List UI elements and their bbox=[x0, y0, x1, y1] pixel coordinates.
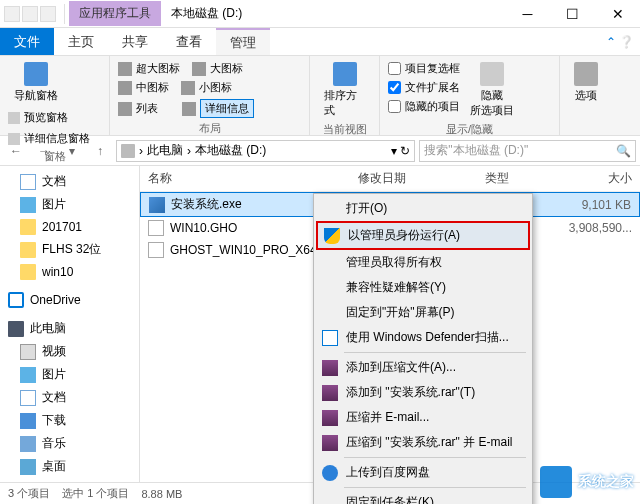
folder-icon bbox=[20, 367, 36, 383]
quick-access-icon[interactable] bbox=[40, 6, 56, 22]
item-count: 3 个项目 bbox=[8, 486, 50, 501]
menu-item[interactable]: 压缩到 "安装系统.rar" 并 E-mail bbox=[316, 430, 530, 455]
file-icon bbox=[149, 197, 165, 213]
menu-item[interactable]: 兼容性疑难解答(Y) bbox=[316, 275, 530, 300]
folder-icon bbox=[20, 264, 36, 280]
col-name[interactable]: 名称 bbox=[148, 170, 358, 187]
sidebar-item[interactable]: win10 bbox=[0, 261, 139, 283]
ribbon: 导航窗格 预览窗格 详细信息窗格 窗格 超大图标大图标 中图标小图标 列表详细信… bbox=[0, 56, 640, 136]
medium-icons[interactable]: 中图标 bbox=[136, 80, 169, 95]
file-icon bbox=[148, 242, 164, 258]
extensions-option[interactable]: 文件扩展名 bbox=[388, 79, 460, 96]
menu-item[interactable]: 压缩并 E-mail... bbox=[316, 405, 530, 430]
folder-icon bbox=[20, 344, 36, 360]
help-button[interactable]: ⌃ ❔ bbox=[600, 28, 640, 55]
sidebar-item[interactable]: 文档 bbox=[0, 170, 139, 193]
folder-icon bbox=[20, 242, 36, 258]
context-menu: 打开(O)以管理员身份运行(A)管理员取得所有权兼容性疑难解答(Y)固定到"开始… bbox=[313, 193, 533, 504]
selected-count: 选中 1 个项目 bbox=[62, 486, 129, 501]
up-button[interactable]: ↑ bbox=[88, 139, 112, 163]
sidebar-item[interactable]: 图片 bbox=[0, 363, 139, 386]
large-icons[interactable]: 大图标 bbox=[210, 61, 243, 76]
menu-item[interactable]: 打开(O) bbox=[316, 196, 530, 221]
list-view[interactable]: 列表 bbox=[136, 101, 158, 116]
col-type[interactable]: 类型 bbox=[485, 170, 569, 187]
manage-tab[interactable]: 管理 bbox=[216, 28, 270, 55]
logo-icon bbox=[540, 466, 572, 498]
sidebar-item[interactable]: 文档 bbox=[0, 386, 139, 409]
watermark: 系统之家 bbox=[540, 466, 634, 498]
navigation-tree[interactable]: 文档图片201701FLHS 32位win10OneDrive此电脑视频图片文档… bbox=[0, 166, 140, 482]
hidden-items-option[interactable]: 隐藏的项目 bbox=[388, 98, 460, 115]
folder-icon bbox=[20, 436, 36, 452]
sidebar-item[interactable]: 本地磁盘 (C:) bbox=[0, 478, 139, 482]
breadcrumb[interactable]: 此电脑 bbox=[147, 142, 183, 159]
sidebar-item[interactable]: FLHS 32位 bbox=[0, 238, 139, 261]
group-label: 显示/隐藏 bbox=[388, 120, 551, 137]
group-label: 当前视图 bbox=[318, 120, 371, 137]
pc-icon bbox=[8, 321, 24, 337]
history-button[interactable]: ▾ bbox=[60, 139, 84, 163]
search-input[interactable]: 搜索"本地磁盘 (D:)" 🔍 bbox=[419, 140, 636, 162]
label: 导航窗格 bbox=[14, 88, 58, 103]
share-tab[interactable]: 共享 bbox=[108, 28, 162, 55]
search-icon: 🔍 bbox=[616, 144, 631, 158]
folder-icon bbox=[20, 390, 36, 406]
folder-icon bbox=[20, 219, 36, 235]
rar-icon bbox=[322, 435, 338, 451]
file-icon bbox=[148, 220, 164, 236]
menu-item[interactable]: 以管理员身份运行(A) bbox=[316, 221, 530, 250]
menu-item[interactable]: 添加到 "安装系统.rar"(T) bbox=[316, 380, 530, 405]
separator bbox=[344, 457, 526, 458]
file-menu[interactable]: 文件 bbox=[0, 28, 54, 55]
minimize-button[interactable]: ─ bbox=[505, 0, 550, 28]
baidu-icon bbox=[322, 465, 338, 481]
details-view[interactable]: 详细信息 bbox=[200, 99, 254, 118]
folder-icon bbox=[20, 413, 36, 429]
menu-item[interactable]: 管理员取得所有权 bbox=[316, 250, 530, 275]
drive-icon bbox=[121, 144, 135, 158]
menu-item[interactable]: 使用 Windows Defender扫描... bbox=[316, 325, 530, 350]
hide-button[interactable]: 隐藏 所选项目 bbox=[464, 60, 520, 120]
sidebar-onedrive[interactable]: OneDrive bbox=[0, 289, 139, 311]
breadcrumb[interactable]: 本地磁盘 (D:) bbox=[195, 142, 266, 159]
view-tab[interactable]: 查看 bbox=[162, 28, 216, 55]
preview-pane-check[interactable]: 预览窗格 bbox=[8, 109, 68, 126]
sidebar-item[interactable]: 音乐 bbox=[0, 432, 139, 455]
selected-size: 8.88 MB bbox=[141, 488, 182, 500]
sidebar-item[interactable]: 桌面 bbox=[0, 455, 139, 478]
back-button[interactable]: ← bbox=[4, 139, 28, 163]
forward-button[interactable]: → bbox=[32, 139, 56, 163]
group-label: 布局 bbox=[118, 119, 301, 136]
column-headers[interactable]: 名称 修改日期 类型 大小 bbox=[140, 166, 640, 192]
sidebar-item[interactable]: 201701 bbox=[0, 216, 139, 238]
sidebar-item[interactable]: 视频 bbox=[0, 340, 139, 363]
close-button[interactable]: ✕ bbox=[595, 0, 640, 28]
checkboxes-option[interactable]: 项目复选框 bbox=[388, 60, 460, 77]
menu-item[interactable]: 添加到压缩文件(A)... bbox=[316, 355, 530, 380]
col-size[interactable]: 大小 bbox=[569, 170, 632, 187]
sidebar-item[interactable]: 下载 bbox=[0, 409, 139, 432]
window-title: 本地磁盘 (D:) bbox=[161, 1, 252, 26]
sidebar-thispc[interactable]: 此电脑 bbox=[0, 317, 139, 340]
titlebar: 应用程序工具 本地磁盘 (D:) ─ ☐ ✕ bbox=[0, 0, 640, 28]
folder-icon bbox=[20, 459, 36, 475]
defender-icon bbox=[322, 330, 338, 346]
menu-item[interactable]: 固定到"开始"屏幕(P) bbox=[316, 300, 530, 325]
sort-button[interactable]: 排序方式 bbox=[318, 60, 371, 120]
home-tab[interactable]: 主页 bbox=[54, 28, 108, 55]
folder-icon bbox=[20, 197, 36, 213]
quick-access-icon[interactable] bbox=[22, 6, 38, 22]
address-bar[interactable]: › 此电脑 › 本地磁盘 (D:) ▾ ↻ bbox=[116, 140, 415, 162]
sidebar-item[interactable]: 图片 bbox=[0, 193, 139, 216]
address-bar-row: ← → ▾ ↑ › 此电脑 › 本地磁盘 (D:) ▾ ↻ 搜索"本地磁盘 (D… bbox=[0, 136, 640, 166]
maximize-button[interactable]: ☐ bbox=[550, 0, 595, 28]
nav-pane-button[interactable]: 导航窗格 bbox=[8, 60, 64, 105]
small-icons[interactable]: 小图标 bbox=[199, 80, 232, 95]
xlarge-icons[interactable]: 超大图标 bbox=[136, 61, 180, 76]
menubar: 文件 主页 共享 查看 管理 ⌃ ❔ bbox=[0, 28, 640, 56]
col-date[interactable]: 修改日期 bbox=[358, 170, 484, 187]
menu-item[interactable]: 上传到百度网盘 bbox=[316, 460, 530, 485]
options-button[interactable]: 选项 bbox=[568, 60, 604, 105]
menu-item[interactable]: 固定到任务栏(K) bbox=[316, 490, 530, 504]
